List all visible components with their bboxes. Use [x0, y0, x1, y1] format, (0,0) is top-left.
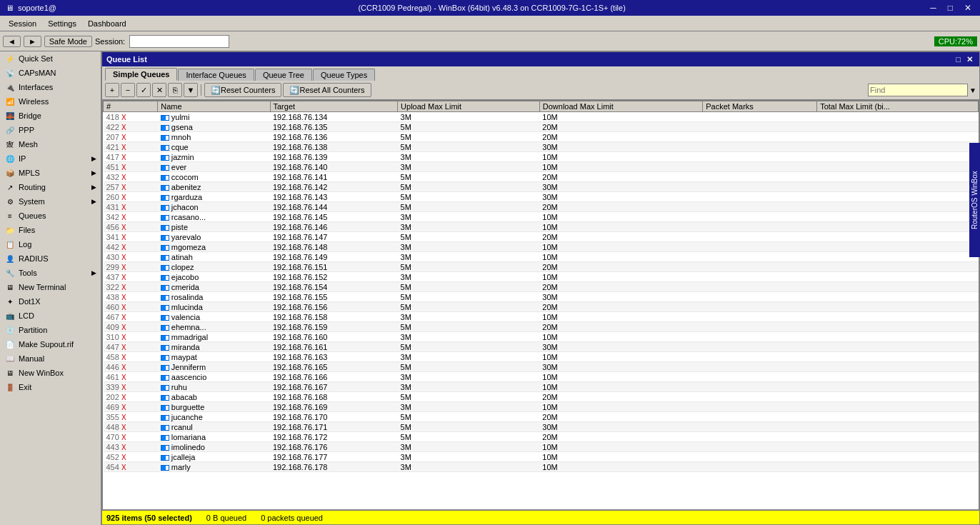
sidebar-item-new-terminal[interactable]: 🖥 New Terminal [0, 280, 101, 294]
minimize-button[interactable]: ─ [927, 3, 939, 13]
sidebar-item-radius[interactable]: 👤 RADIUS [0, 251, 101, 266]
sidebar-item-make-supout[interactable]: 📄 Make Supout.rif [0, 337, 101, 351]
sidebar-item-routing[interactable]: ↗ Routing ▶ [0, 180, 101, 194]
table-row[interactable]: 341 X yarevalo 192.168.76.147 5M 20M [104, 232, 979, 242]
settings-menu[interactable]: Settings [42, 18, 82, 29]
col-header-download[interactable]: Download Max Limit [539, 101, 702, 112]
sidebar-item-log[interactable]: 📋 Log [0, 237, 101, 251]
cell-upload: 3M [398, 372, 540, 382]
sidebar-item-partition[interactable]: 💿 Partition [0, 323, 101, 337]
queue-maximize-button[interactable]: □ [954, 55, 963, 64]
sidebar-item-tools[interactable]: 🔧 Tools ▶ [0, 266, 101, 280]
sidebar-item-dot1x[interactable]: ✦ Dot1X [0, 294, 101, 309]
table-row[interactable]: 448 X rcanul 192.168.76.171 5M 30M [104, 422, 979, 432]
reset-counters-button[interactable]: 🔄 Reset Counters [204, 83, 281, 97]
col-header-target[interactable]: Target [270, 101, 398, 112]
sidebar-item-ip[interactable]: 🌐 IP ▶ [0, 151, 101, 166]
enable-button[interactable]: ✓ [136, 83, 151, 97]
table-row[interactable]: 447 X miranda 192.168.76.161 5M 30M [104, 342, 979, 352]
table-row[interactable]: 202 X abacab 192.168.76.168 5M 20M [104, 392, 979, 402]
table-row[interactable]: 454 X marly 192.168.76.178 3M 10M [104, 462, 979, 472]
table-row[interactable]: 207 X mnoh 192.168.76.136 5M 20M [104, 132, 979, 142]
table-row[interactable]: 443 X imolinedo 192.168.76.176 3M 10M [104, 442, 979, 452]
table-row[interactable]: 458 X maypat 192.168.76.163 3M 10M [104, 352, 979, 362]
sidebar-item-queues[interactable]: ≡ Queues [0, 209, 101, 223]
table-row[interactable]: 432 X ccocom 192.168.76.141 5M 20M [104, 172, 979, 182]
table-row[interactable]: 257 X abenitez 192.168.76.142 5M 30M [104, 182, 979, 192]
sidebar-item-wireless[interactable]: 📶 Wireless [0, 94, 101, 109]
filter-button[interactable]: ▼ [184, 83, 198, 97]
table-row[interactable]: 451 X ever 192.168.76.140 3M 10M [104, 162, 979, 172]
cell-target: 192.168.76.177 [270, 452, 398, 462]
table-row[interactable]: 442 X mgomeza 192.168.76.148 3M 10M [104, 242, 979, 252]
table-row[interactable]: 260 X rgarduza 192.168.76.143 5M 30M [104, 192, 979, 202]
sidebar-item-exit[interactable]: 🚪 Exit [0, 380, 101, 394]
table-row[interactable]: 456 X piste 192.168.76.146 3M 10M [104, 222, 979, 232]
queue-close-button[interactable]: ✕ [964, 55, 975, 64]
dashboard-menu[interactable]: Dashboard [82, 18, 132, 29]
table-row[interactable]: 430 X atinah 192.168.76.149 3M 10M [104, 252, 979, 262]
table-row[interactable]: 342 X rcasano... 192.168.76.145 3M 10M [104, 212, 979, 222]
copy-button[interactable]: ⎘ [168, 83, 182, 97]
close-button[interactable]: ✕ [961, 3, 974, 13]
sidebar-item-bridge[interactable]: 🌉 Bridge [0, 109, 101, 123]
table-row[interactable]: 409 X ehemna... 192.168.76.159 5M 20M [104, 322, 979, 332]
tab-simple-queues[interactable]: Simple Queues [105, 68, 177, 81]
table-row[interactable]: 418 X yulmi 192.168.76.134 3M 10M [104, 112, 979, 122]
sidebar-item-files[interactable]: 📁 Files [0, 223, 101, 237]
cell-download: 10M [539, 222, 702, 232]
forward-button[interactable]: ► [24, 36, 41, 47]
sidebar-item-mesh[interactable]: 🕸 Mesh [0, 137, 101, 151]
col-header-marks[interactable]: Packet Marks [703, 101, 817, 112]
table-row[interactable]: 431 X jchacon 192.168.76.144 5M 20M [104, 202, 979, 212]
add-button[interactable]: + [105, 83, 119, 97]
col-header-name[interactable]: Name [158, 101, 270, 112]
table-row[interactable]: 310 X mmadrigal 192.168.76.160 3M 10M [104, 332, 979, 342]
safe-mode-button[interactable]: Safe Mode [44, 36, 92, 47]
table-row[interactable]: 355 X jucanche 192.168.76.170 5M 20M [104, 412, 979, 422]
sidebar-item-new-winbox[interactable]: 🖥 New WinBox [0, 366, 101, 380]
sidebar-item-lcd[interactable]: 📺 LCD [0, 309, 101, 323]
tab-queue-tree[interactable]: Queue Tree [255, 69, 312, 81]
sidebar-item-mpls[interactable]: 📦 MPLS ▶ [0, 166, 101, 180]
table-row[interactable]: 460 X mlucinda 192.168.76.156 5M 20M [104, 302, 979, 312]
session-menu[interactable]: Session [3, 18, 42, 29]
sidebar-item-interfaces[interactable]: 🔌 Interfaces [0, 80, 101, 94]
table-row[interactable]: 299 X clopez 192.168.76.151 5M 20M [104, 262, 979, 272]
cell-upload: 3M [398, 462, 540, 472]
sidebar-item-quick-set[interactable]: ⚡ Quick Set [0, 51, 101, 66]
sidebar-item-manual[interactable]: 📖 Manual [0, 351, 101, 366]
table-row[interactable]: 461 X aascencio 192.168.76.166 3M 10M [104, 372, 979, 382]
disable-button[interactable]: ✕ [152, 83, 166, 97]
table-row[interactable]: 446 X Jenniferm 192.168.76.165 5M 30M [104, 362, 979, 372]
remove-button[interactable]: − [121, 83, 135, 97]
tab-interface-queues[interactable]: Interface Queues [178, 69, 254, 81]
table-row[interactable]: 452 X jcalleja 192.168.76.177 3M 10M [104, 452, 979, 462]
session-input[interactable] [129, 35, 229, 48]
table-row[interactable]: 339 X ruhu 192.168.76.167 3M 10M [104, 382, 979, 392]
col-header-total[interactable]: Total Max Limit (bi... [817, 101, 979, 112]
table-row[interactable]: 437 X ejacobo 192.168.76.152 3M 10M [104, 272, 979, 282]
sidebar-item-capsman[interactable]: 📡 CAPsMAN [0, 66, 101, 80]
cell-target: 192.168.76.163 [270, 352, 398, 362]
reset-all-counters-button[interactable]: 🔄 Reset All Counters [283, 83, 371, 97]
table-row[interactable]: 417 X jazmin 192.168.76.139 3M 10M [104, 152, 979, 162]
table-row[interactable]: 322 X cmerida 192.168.76.154 5M 20M [104, 282, 979, 292]
sidebar-item-ppp[interactable]: 🔗 PPP [0, 123, 101, 137]
table-row[interactable]: 421 X cque 192.168.76.138 5M 30M [104, 142, 979, 152]
find-dropdown-icon[interactable]: ▼ [969, 86, 976, 94]
tab-queue-types[interactable]: Queue Types [313, 69, 375, 81]
table-row[interactable]: 438 X rosalinda 192.168.76.155 5M 30M [104, 292, 979, 302]
table-row[interactable]: 469 X burguette 192.168.76.169 3M 10M [104, 402, 979, 412]
sidebar-item-system[interactable]: ⚙ System ▶ [0, 194, 101, 209]
col-header-upload[interactable]: Upload Max Limit [398, 101, 540, 112]
cell-marks [703, 242, 817, 252]
find-input[interactable] [868, 84, 968, 96]
make-supout-icon: 📄 [4, 339, 16, 350]
maximize-button[interactable]: □ [945, 3, 956, 13]
back-button[interactable]: ◄ [3, 36, 21, 47]
table-row[interactable]: 467 X valencia 192.168.76.158 3M 10M [104, 312, 979, 322]
table-row[interactable]: 470 X lomariana 192.168.76.172 5M 20M [104, 432, 979, 442]
table-row[interactable]: 422 X gsena 192.168.76.135 5M 20M [104, 122, 979, 132]
col-header-num[interactable]: # [104, 101, 158, 112]
